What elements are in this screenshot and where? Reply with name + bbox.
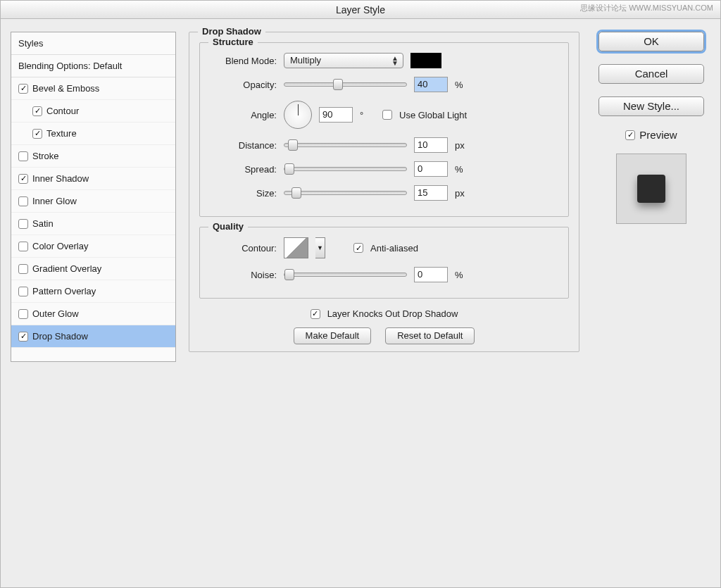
style-item-drop-shadow[interactable]: Drop Shadow xyxy=(11,325,175,348)
watermark-text: 思缘设计论坛 WWW.MISSYUAN.COM xyxy=(580,3,713,13)
structure-group: Structure Blend Mode: Multiply ▲▼ Opacit… xyxy=(199,42,569,217)
style-checkbox[interactable] xyxy=(18,219,28,229)
spread-label: Spread: xyxy=(210,164,277,175)
style-item-bevel-emboss[interactable]: Bevel & Emboss xyxy=(11,77,175,100)
style-item-contour[interactable]: Contour xyxy=(11,100,175,123)
styles-list: Styles Blending Options: Default Bevel &… xyxy=(11,32,176,362)
style-item-label: Pattern Overlay xyxy=(32,286,96,296)
quality-group: Quality Contour: ▼ Anti-aliased Noise: 0… xyxy=(199,227,569,299)
angle-label: Angle: xyxy=(210,110,277,120)
style-item-label: Bevel & Emboss xyxy=(32,83,99,94)
opacity-field[interactable]: 40 xyxy=(414,77,448,92)
style-item-color-overlay[interactable]: Color Overlay xyxy=(11,235,175,258)
angle-dial[interactable] xyxy=(284,101,312,129)
style-checkbox[interactable] xyxy=(18,151,28,161)
opacity-slider[interactable] xyxy=(284,82,407,87)
style-item-label: Contour xyxy=(46,106,79,116)
use-global-light-label: Use Global Light xyxy=(399,110,467,120)
style-item-inner-glow[interactable]: Inner Glow xyxy=(11,190,175,213)
preview-inner-icon xyxy=(637,175,665,203)
layer-knocks-checkbox[interactable] xyxy=(311,309,320,319)
size-field[interactable]: 15 xyxy=(414,185,448,201)
size-slider[interactable] xyxy=(284,191,407,195)
layer-knocks-label: Layer Knocks Out Drop Shadow xyxy=(327,308,458,319)
shadow-color-swatch[interactable] xyxy=(410,53,441,68)
style-item-pattern-overlay[interactable]: Pattern Overlay xyxy=(11,280,175,303)
distance-label: Distance: xyxy=(210,140,277,151)
style-checkbox[interactable] xyxy=(18,242,28,251)
angle-unit: ° xyxy=(360,110,375,120)
style-checkbox[interactable] xyxy=(18,332,28,342)
preview-checkbox[interactable] xyxy=(625,130,635,140)
style-item-label: Inner Shadow xyxy=(32,173,89,184)
spread-slider[interactable] xyxy=(284,167,407,171)
style-item-inner-shadow[interactable]: Inner Shadow xyxy=(11,168,175,190)
opacity-unit: % xyxy=(455,80,470,90)
quality-legend: Quality xyxy=(208,221,248,232)
style-item-outer-glow[interactable]: Outer Glow xyxy=(11,303,175,325)
style-item-label: Stroke xyxy=(32,151,59,161)
noise-unit: % xyxy=(455,270,470,280)
preview-thumbnail xyxy=(616,154,686,224)
anti-aliased-label: Anti-aliased xyxy=(370,243,418,254)
blend-mode-label: Blend Mode: xyxy=(210,56,277,66)
anti-aliased-checkbox[interactable] xyxy=(353,243,363,253)
cancel-button[interactable]: Cancel xyxy=(598,64,704,84)
style-item-label: Texture xyxy=(46,128,77,139)
new-style-button[interactable]: New Style... xyxy=(598,96,704,116)
ok-button[interactable]: OK xyxy=(598,32,704,51)
style-checkbox[interactable] xyxy=(18,196,28,206)
style-item-label: Drop Shadow xyxy=(32,331,88,342)
style-checkbox[interactable] xyxy=(18,174,28,184)
spread-field[interactable]: 0 xyxy=(414,161,448,177)
contour-preset[interactable] xyxy=(284,237,308,258)
size-label: Size: xyxy=(210,188,277,199)
select-arrows-icon: ▲▼ xyxy=(391,56,399,65)
contour-dropdown-icon[interactable]: ▼ xyxy=(315,237,325,258)
size-unit: px xyxy=(455,188,470,199)
angle-field[interactable]: 90 xyxy=(319,107,353,123)
use-global-light-checkbox[interactable] xyxy=(382,110,392,120)
noise-field[interactable]: 0 xyxy=(414,267,448,282)
style-checkbox[interactable] xyxy=(32,106,42,116)
distance-unit: px xyxy=(455,140,470,151)
opacity-label: Opacity: xyxy=(210,80,277,90)
style-checkbox[interactable] xyxy=(18,84,28,94)
style-item-stroke[interactable]: Stroke xyxy=(11,145,175,168)
make-default-button[interactable]: Make Default xyxy=(294,327,372,344)
preview-label: Preview xyxy=(639,129,677,141)
style-checkbox[interactable] xyxy=(18,287,28,296)
structure-legend: Structure xyxy=(208,37,258,47)
style-item-texture[interactable]: Texture xyxy=(11,123,175,145)
noise-label: Noise: xyxy=(210,270,277,280)
style-item-label: Inner Glow xyxy=(32,196,77,206)
blend-mode-select[interactable]: Multiply ▲▼ xyxy=(284,53,403,68)
style-item-satin[interactable]: Satin xyxy=(11,213,175,235)
noise-slider[interactable] xyxy=(284,273,407,277)
style-item-label: Color Overlay xyxy=(32,241,88,251)
spread-unit: % xyxy=(455,164,470,175)
style-item-label: Satin xyxy=(32,218,54,229)
style-checkbox[interactable] xyxy=(18,309,28,319)
reset-default-button[interactable]: Reset to Default xyxy=(385,327,475,344)
style-checkbox[interactable] xyxy=(18,264,28,274)
styles-header[interactable]: Styles xyxy=(11,32,175,55)
blend-mode-value: Multiply xyxy=(290,55,321,65)
style-checkbox[interactable] xyxy=(32,129,42,139)
drop-shadow-panel: Drop Shadow Structure Blend Mode: Multip… xyxy=(189,32,579,352)
style-item-label: Outer Glow xyxy=(32,308,79,319)
style-item-label: Gradient Overlay xyxy=(32,263,101,274)
blending-options-item[interactable]: Blending Options: Default xyxy=(11,55,175,77)
style-item-gradient-overlay[interactable]: Gradient Overlay xyxy=(11,258,175,280)
distance-slider[interactable] xyxy=(284,143,407,147)
distance-field[interactable]: 10 xyxy=(414,137,448,153)
contour-label: Contour: xyxy=(210,243,277,254)
panel-title: Drop Shadow xyxy=(198,26,265,37)
